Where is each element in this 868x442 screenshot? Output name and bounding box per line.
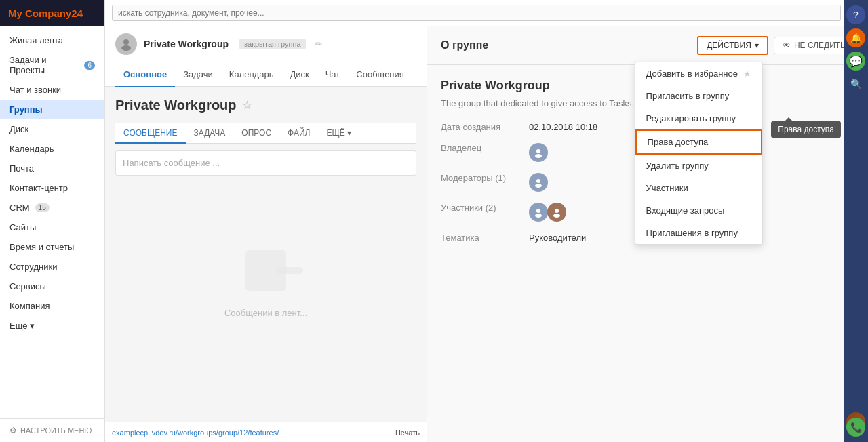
message-tabs: СООБЩЕНИЕ ЗАДАЧА ОПРОС ФАЙЛ ЕЩЁ ▾ [115, 123, 416, 144]
access-tooltip: Права доступа [771, 121, 841, 138]
svg-point-8 [555, 209, 559, 213]
gear-icon: ⚙ [9, 426, 17, 435]
sidebar-item-label: CRM [9, 203, 30, 213]
tab-chat[interactable]: Чат [317, 62, 349, 87]
dropdown-item-label: Добавить в избранное [646, 68, 738, 79]
configure-menu-label: НАСТРОИТЬ МЕНЮ [20, 426, 92, 435]
dropdown-item-invite[interactable]: Пригласить в группу [635, 85, 762, 107]
actions-button[interactable]: ДЕЙСТВИЯ ▾ [697, 36, 768, 55]
sidebar-item-live-feed[interactable]: Живая лента [0, 31, 104, 50]
info-label-topic: Тематика [441, 233, 529, 243]
group-avatar-icon [115, 33, 137, 55]
tab-main[interactable]: Основное [115, 62, 175, 87]
dropdown-item-delete[interactable]: Удалить группу [635, 155, 762, 177]
search-input[interactable] [112, 5, 841, 21]
help-icon-button[interactable]: ? [846, 5, 865, 24]
sidebar-item-time[interactable]: Время и отчеты [0, 237, 104, 257]
sidebar-item-more[interactable]: Ещё ▾ [0, 316, 104, 336]
tab-messages[interactable]: Сообщения [348, 62, 412, 87]
member-avatar-1[interactable] [529, 203, 548, 222]
phone-button[interactable]: 📞 [846, 418, 865, 437]
info-label-moderators: Модераторы (1) [441, 173, 529, 183]
group-header: Private Workgroup закрытая группа ✏ [105, 26, 427, 62]
dropdown-item-add-fav[interactable]: Добавить в избранное ★ [635, 62, 762, 85]
empty-state-text: Сообщений в лент... [224, 308, 307, 318]
sidebar-item-tasks[interactable]: Задачи и Проекты 6 [0, 50, 104, 80]
sidebar-item-employees[interactable]: Сотрудники [0, 257, 104, 277]
tab-calendar[interactable]: Календарь [221, 62, 282, 87]
star-icon[interactable]: ☆ [242, 99, 252, 112]
sidebar-item-sites[interactable]: Сайты [0, 218, 104, 237]
print-button[interactable]: Печать [395, 428, 420, 437]
sidebar-footer[interactable]: ⚙ НАСТРОИТЬ МЕНЮ [0, 418, 104, 442]
dropdown-item-label: Пригласить в группу [646, 91, 730, 101]
member-avatar-2[interactable] [547, 203, 566, 222]
sidebar-item-disk[interactable]: Диск [0, 119, 104, 139]
dropdown-item-label: Участники [646, 183, 688, 193]
sidebar-item-calendar[interactable]: Календарь [0, 139, 104, 159]
sidebar-item-label: Сервисы [9, 281, 46, 292]
tab-file[interactable]: ФАЙЛ [279, 123, 318, 144]
right-icons-bar: ? 🔔 💬 🔍 [844, 0, 868, 442]
placeholder-lines [276, 267, 303, 274]
tab-poll[interactable]: ОПРОС [233, 123, 279, 144]
info-value-members [529, 203, 566, 222]
message-placeholder: Написать сообщение ... [123, 158, 220, 168]
sidebar-item-label: Время и отчеты [9, 242, 74, 252]
info-label-members: Участники (2) [441, 203, 529, 213]
sidebar-item-label: Календарь [9, 144, 54, 154]
message-input-area[interactable]: Написать сообщение ... [115, 150, 416, 176]
content-wrapper: Private Workgroup закрытая группа ✏ Осно… [105, 26, 868, 442]
sidebar-item-label: Задачи и Проекты [9, 55, 79, 75]
sidebar: My Company 24 Живая лента Задачи и Проек… [0, 0, 105, 442]
group-title-name: Private Workgroup [144, 39, 229, 49]
tab-message[interactable]: СООБЩЕНИЕ [115, 123, 186, 144]
right-panel: О группе ДЕЙСТВИЯ ▾ 👁 НЕ СЛЕДИТЬ Добавит… [427, 26, 868, 442]
tab-disk[interactable]: Диск [281, 62, 317, 87]
unfollow-button[interactable]: 👁 НЕ СЛЕДИТЬ [774, 37, 854, 54]
svg-point-9 [553, 214, 560, 218]
tab-tasks[interactable]: Задачи [175, 62, 221, 87]
svg-point-6 [536, 209, 540, 213]
bottom-bar: examplecp.lvdev.ru/workgroups/group/12/f… [105, 422, 427, 442]
sidebar-item-mail[interactable]: Почта [0, 159, 104, 178]
sidebar-item-contact-center[interactable]: Контакт-центр [0, 178, 104, 198]
svg-point-4 [536, 179, 540, 183]
owner-avatar[interactable] [529, 143, 548, 162]
sidebar-item-label: Почта [9, 163, 34, 174]
header-buttons: ДЕЙСТВИЯ ▾ 👁 НЕ СЛЕДИТЬ [697, 36, 854, 55]
dropdown-item-edit[interactable]: Редактировать группу [635, 107, 762, 129]
sidebar-item-crm[interactable]: CRM 15 [0, 198, 104, 218]
sidebar-item-label: Контакт-центр [9, 183, 68, 193]
dropdown-item-requests[interactable]: Входящие запросы [635, 199, 762, 222]
search-icon-button[interactable]: 🔍 [846, 75, 865, 94]
notifications-button[interactable]: 🔔 [846, 28, 865, 47]
closed-badge: закрытая группа [239, 39, 306, 49]
group-name-title: Private Workgroup ☆ [115, 98, 416, 113]
moderator-avatar[interactable] [529, 173, 548, 192]
dropdown-item-invitations[interactable]: Приглашения в группу [635, 222, 762, 244]
sidebar-item-company[interactable]: Компания [0, 296, 104, 316]
sidebar-item-services[interactable]: Сервисы [0, 277, 104, 296]
dropdown-item-members[interactable]: Участники [635, 177, 762, 199]
sidebar-item-label: Диск [9, 124, 28, 134]
sidebar-item-label: Сотрудники [9, 262, 57, 272]
chat-icon-button[interactable]: 💬 [846, 52, 865, 71]
dropdown-item-access[interactable]: Права доступа [635, 129, 762, 155]
empty-state: Сообщений в лент... [115, 182, 416, 386]
brand-text: My Company [8, 7, 71, 19]
tasks-badge: 6 [84, 61, 95, 70]
sidebar-item-label: Компания [9, 301, 50, 311]
bottom-url: examplecp.lvdev.ru/workgroups/group/12/f… [112, 428, 279, 437]
crm-badge: 15 [35, 203, 50, 212]
tab-more[interactable]: ЕЩЁ ▾ [318, 123, 359, 144]
chevron-down-icon: ▾ [755, 41, 759, 50]
info-value-owner [529, 143, 548, 162]
dropdown-item-label: Входящие запросы [646, 205, 725, 216]
sidebar-item-groups[interactable]: Группы [0, 100, 104, 119]
svg-point-5 [535, 184, 542, 188]
sidebar-item-chat[interactable]: Чат и звонки [0, 80, 104, 100]
edit-group-icon[interactable]: ✏ [315, 39, 322, 49]
sidebar-item-label: Сайты [9, 222, 36, 233]
tab-task[interactable]: ЗАДАЧА [186, 123, 234, 144]
